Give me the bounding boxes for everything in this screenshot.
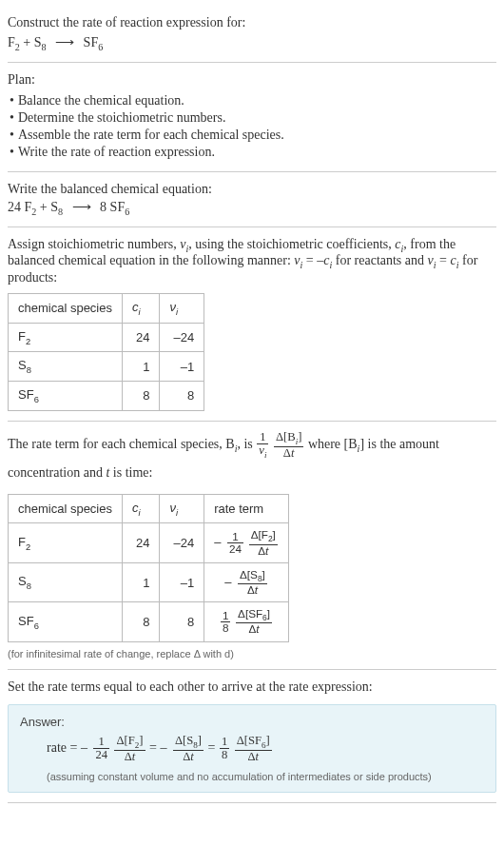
- col-ci: ci: [123, 494, 160, 523]
- plan-item: •Determine the stoichiometric numbers.: [8, 110, 496, 126]
- bullet-icon: •: [10, 128, 14, 142]
- fraction: 1 νi: [257, 431, 268, 460]
- table-row: F2 24 –24 – 124 Δ[F2] Δt: [9, 523, 289, 562]
- fraction: Δ[SF6] Δt: [236, 608, 272, 635]
- bullet-icon: •: [10, 93, 14, 108]
- species-s8: S8: [34, 35, 47, 49]
- rateterm-intro: The rate term for each chemical species,…: [8, 431, 496, 486]
- cell-vi: –1: [160, 352, 204, 382]
- balanced-equation: 24 F2 + S8 ⟶ 8 SF6: [8, 199, 496, 217]
- reaction-arrow-icon: ⟶: [72, 199, 91, 215]
- fraction: 124: [93, 736, 109, 761]
- answer-box: Answer: rate = – 124 Δ[F2] Δt = – Δ[S8] …: [8, 704, 496, 793]
- plan-item: •Balance the chemical equation.: [8, 93, 496, 108]
- col-vi: νi: [160, 294, 204, 324]
- species-sf6: SF6: [110, 200, 130, 214]
- plan-title: Plan:: [8, 72, 496, 88]
- cell-species: S8: [9, 352, 123, 382]
- fraction: 124: [227, 531, 243, 556]
- final-intro: Set the rate terms equal to each other t…: [8, 679, 496, 695]
- unbalanced-equation: F2 + S8 ⟶ SF6: [8, 34, 496, 52]
- bullet-icon: •: [10, 145, 14, 159]
- table-row: S8 1 –1: [9, 352, 204, 382]
- fraction: Δ[SF6] Δt: [235, 735, 272, 763]
- answer-label: Answer:: [20, 715, 484, 729]
- table-row: S8 1 –1 – Δ[S8] Δt: [9, 562, 289, 601]
- rate-expression: rate = – 124 Δ[F2] Δt = – Δ[S8] Δt = 18 …: [20, 735, 484, 763]
- cell-ci: 24: [123, 323, 160, 352]
- table-header-row: chemical species ci νi: [9, 294, 204, 324]
- cell-ci: 8: [123, 381, 160, 410]
- cell-rateterm: 18 Δ[SF6] Δt: [204, 602, 289, 641]
- cell-species: F2: [9, 523, 123, 562]
- cell-rateterm: – Δ[S8] Δt: [204, 562, 289, 601]
- cell-ci: 1: [123, 352, 160, 382]
- plus-sign: +: [23, 35, 30, 49]
- table-header-row: chemical species ci νi rate term: [9, 494, 289, 523]
- fraction: Δ[S8] Δt: [238, 569, 267, 596]
- cell-ci: 24: [123, 523, 160, 562]
- balanced-title: Write the balanced chemical equation:: [8, 182, 496, 197]
- cell-vi: –1: [160, 562, 204, 601]
- table-row: F2 24 –24: [9, 323, 204, 352]
- cell-vi: –24: [160, 523, 204, 562]
- col-species: chemical species: [9, 494, 123, 523]
- rateterm-section: The rate term for each chemical species,…: [8, 422, 496, 670]
- cell-vi: 8: [160, 602, 204, 641]
- cell-vi: 8: [160, 381, 204, 410]
- fraction: Δ[F2] Δt: [114, 735, 145, 763]
- col-species: chemical species: [9, 294, 123, 324]
- plus-sign: +: [40, 200, 48, 214]
- species-sf6: SF6: [84, 35, 104, 49]
- col-rate: rate term: [204, 494, 289, 523]
- prompt-section: Construct the rate of reaction expressio…: [8, 6, 496, 63]
- fraction: 18: [221, 610, 231, 635]
- fraction: Δ[F2] Δt: [249, 529, 278, 556]
- cell-ci: 8: [123, 602, 160, 641]
- cell-rateterm: – 124 Δ[F2] Δt: [204, 523, 289, 562]
- table-row: SF6 8 8: [9, 381, 204, 410]
- answer-note: (assuming constant volume and no accumul…: [20, 771, 484, 782]
- species-f2: F2: [8, 35, 20, 49]
- fraction: Δ[S8] Δt: [173, 735, 204, 763]
- reaction-arrow-icon: ⟶: [55, 34, 74, 50]
- final-section: Set the rate terms equal to each other t…: [8, 670, 496, 803]
- stoich-table: chemical species ci νi F2 24 –24 S8 1 –1…: [8, 293, 204, 410]
- plan-item: •Write the rate of reaction expression.: [8, 145, 496, 160]
- col-vi: νi: [160, 494, 204, 523]
- balanced-section: Write the balanced chemical equation: 24…: [8, 172, 496, 227]
- bullet-icon: •: [10, 110, 14, 125]
- coef-8: 8: [100, 200, 107, 214]
- table-row: SF6 8 8 18 Δ[SF6] Δt: [9, 602, 289, 641]
- fraction: 18: [220, 736, 229, 761]
- cell-species: F2: [9, 323, 123, 352]
- plan-list: •Balance the chemical equation. •Determi…: [8, 93, 496, 160]
- rateterm-table: chemical species ci νi rate term F2 24 –…: [8, 494, 289, 642]
- fraction: Δ[Bi] Δt: [274, 431, 303, 460]
- cell-species: SF6: [9, 602, 123, 641]
- stoich-section: Assign stoichiometric numbers, νi, using…: [8, 227, 496, 422]
- cell-species: S8: [9, 562, 123, 601]
- coef-24: 24: [8, 200, 21, 214]
- plan-section: Plan: •Balance the chemical equation. •D…: [8, 63, 496, 172]
- cell-ci: 1: [123, 562, 160, 601]
- species-f2: F2: [25, 200, 37, 214]
- stoich-intro: Assign stoichiometric numbers, νi, using…: [8, 237, 496, 286]
- plan-item: •Assemble the rate term for each chemica…: [8, 128, 496, 143]
- infinitesimal-note: (for infinitesimal rate of change, repla…: [8, 648, 496, 659]
- col-ci: ci: [123, 294, 160, 324]
- species-s8: S8: [50, 200, 63, 214]
- cell-vi: –24: [160, 323, 204, 352]
- prompt-text: Construct the rate of reaction expressio…: [8, 15, 496, 30]
- cell-species: SF6: [9, 381, 123, 410]
